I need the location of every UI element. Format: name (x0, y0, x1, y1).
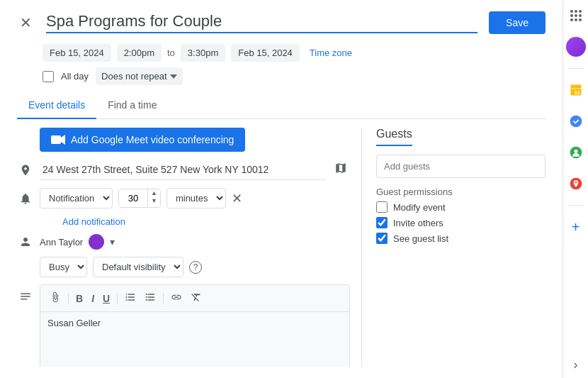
end-date-button[interactable]: Feb 15, 2024 (231, 44, 300, 62)
location-row (17, 159, 350, 181)
person-name: Ann Taylor (40, 237, 83, 248)
add-meet-button[interactable]: Add Google Meet video conferencing (40, 128, 245, 152)
timezone-button[interactable]: Time zone (305, 44, 356, 62)
attach-button[interactable] (46, 289, 64, 307)
notification-value-input-wrap: ▲ ▼ (118, 189, 161, 208)
svg-point-7 (574, 150, 577, 153)
google-maps-icon[interactable] (566, 174, 586, 194)
toolbar-sep-1 (68, 293, 69, 304)
visibility-select[interactable]: Default visibility Public Private (93, 257, 183, 277)
apps-dot (575, 10, 577, 13)
apps-dot (570, 14, 573, 17)
notification-row: Notification Email ▲ ▼ minutes hours day… (17, 188, 350, 209)
permissions-section: Guest permissions Modify event Invite ot… (376, 187, 545, 248)
tab-find-time[interactable]: Find a time (96, 92, 168, 119)
svg-point-5 (570, 116, 582, 128)
description-icon (17, 290, 34, 303)
repeat-select[interactable]: Does not repeat Every day Every week (96, 67, 183, 85)
start-time-button[interactable]: 2:00pm (117, 44, 162, 62)
meet-icon (51, 134, 65, 145)
unordered-list-button[interactable] (141, 289, 159, 307)
sidebar-divider-2 (569, 205, 583, 206)
right-sidebar: 31 + › (562, 0, 588, 378)
permissions-title: Guest permissions (376, 187, 545, 197)
user-avatar[interactable] (566, 37, 586, 57)
meet-label: Add Google Meet video conferencing (71, 134, 234, 145)
italic-button[interactable]: I (88, 291, 98, 306)
location-input[interactable] (40, 160, 326, 180)
guests-panel: Guests Guest permissions Modify event In… (361, 128, 545, 367)
header-row: ✕ Save (17, 11, 545, 34)
permission-item-invite: Invite others (376, 217, 545, 228)
tab-event-details[interactable]: Event details (17, 92, 96, 119)
to-label: to (167, 48, 175, 58)
tabs-row: Event details Find a time (17, 92, 545, 119)
meet-section: Add Google Meet video conferencing (40, 128, 350, 152)
notification-decrement[interactable]: ▼ (148, 197, 160, 205)
person-avatar (89, 234, 104, 250)
apps-dot (575, 14, 577, 17)
google-tasks-icon[interactable] (566, 111, 586, 131)
add-guests-input[interactable] (376, 155, 545, 178)
bold-button[interactable]: B (72, 291, 86, 306)
google-contacts-icon[interactable] (566, 143, 586, 162)
person-dropdown-button[interactable]: ▾ (110, 236, 115, 248)
editor-area: B I U (40, 284, 350, 367)
invite-others-checkbox[interactable] (376, 217, 388, 228)
editor-body[interactable]: Susan Geller (40, 312, 349, 367)
close-button[interactable]: ✕ (17, 13, 35, 33)
notification-unit-select[interactable]: minutes hours days weeks (166, 188, 226, 209)
see-guest-list-label: See guest list (393, 233, 448, 244)
invite-others-label: Invite others (393, 218, 443, 228)
add-notification-button[interactable]: Add notification (62, 216, 125, 227)
svg-rect-0 (51, 135, 61, 144)
toolbar-sep-3 (163, 293, 164, 304)
underline-button[interactable]: U (99, 291, 113, 306)
status-row: Busy Free Default visibility Public Priv… (40, 257, 350, 277)
apps-dot (570, 18, 573, 21)
link-button[interactable] (167, 289, 186, 307)
apps-dot (575, 18, 577, 21)
modify-event-label: Modify event (393, 202, 446, 213)
toolbar-sep-2 (117, 293, 118, 304)
help-icon[interactable]: ? (189, 261, 202, 274)
body-row: Add Google Meet video conferencing (17, 128, 545, 367)
ordered-list-button[interactable] (121, 289, 140, 307)
apps-dot (579, 18, 582, 21)
sidebar-divider (569, 68, 583, 69)
allday-row: All day Does not repeat Every day Every … (43, 67, 545, 85)
notification-type-select[interactable]: Notification Email (40, 188, 113, 209)
guests-title: Guests (376, 128, 412, 146)
format-clear-button[interactable] (187, 289, 205, 307)
svg-text:31: 31 (574, 89, 579, 96)
bell-icon (17, 192, 34, 205)
google-calendar-icon[interactable]: 31 (566, 80, 586, 100)
person-icon (17, 235, 34, 248)
end-time-button[interactable]: 3:30pm (181, 44, 225, 62)
person-row: Ann Taylor ▾ (17, 234, 350, 250)
permission-item-see-list: See guest list (376, 233, 545, 244)
permission-item-modify: Modify event (376, 201, 545, 213)
modify-event-checkbox[interactable] (376, 201, 388, 213)
start-date-button[interactable]: Feb 15, 2024 (43, 44, 111, 62)
editor-toolbar: B I U (40, 285, 349, 312)
allday-checkbox[interactable] (43, 71, 54, 82)
location-icon (17, 164, 34, 177)
notification-increment[interactable]: ▲ (148, 189, 160, 197)
guests-title-section: Guests (376, 128, 545, 146)
busy-select[interactable]: Busy Free (40, 257, 87, 277)
event-title-input[interactable] (46, 12, 477, 33)
svg-marker-1 (61, 135, 65, 145)
expand-sidebar-button[interactable]: › (574, 357, 578, 372)
notification-value-input[interactable] (119, 189, 147, 207)
apps-grid (570, 10, 582, 21)
left-panel: Add Google Meet video conferencing (17, 128, 361, 367)
datetime-row: Feb 15, 2024 2:00pm to 3:30pm Feb 15, 20… (43, 44, 545, 62)
save-button[interactable]: Save (489, 11, 545, 34)
map-view-button[interactable] (332, 159, 350, 181)
add-sidebar-button[interactable]: + (566, 217, 586, 237)
see-guest-list-checkbox[interactable] (376, 233, 388, 244)
notification-clear-button[interactable]: ✕ (232, 191, 242, 206)
apps-icon-button[interactable] (566, 6, 586, 26)
apps-dot (570, 10, 573, 13)
